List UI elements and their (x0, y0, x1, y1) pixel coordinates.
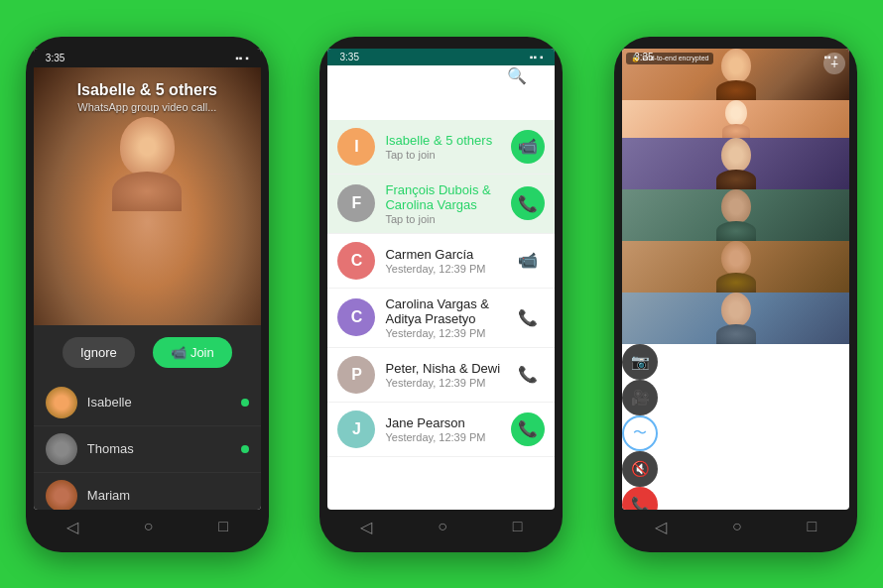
search-icon[interactable]: 🔍 (507, 66, 527, 85)
list-item[interactable]: F François Dubois & Carolina Vargas Tap … (327, 175, 555, 234)
home-icon[interactable]: ○ (732, 518, 742, 535)
tab-calls[interactable]: CALLS (506, 94, 553, 120)
video-person-2 (622, 100, 849, 138)
call-info: François Dubois & Carolina Vargas Tap to… (385, 182, 511, 225)
back-icon[interactable]: ◁ (655, 518, 667, 536)
caller-info: Isabelle & 5 others WhatsApp group video… (34, 81, 261, 113)
contact-name: Jane Pearson (385, 415, 511, 430)
call-info: Carolina Vargas & Aditya Prasetyo Yester… (385, 296, 511, 339)
list-item: Mariam (34, 473, 261, 510)
tab-bar: CAMERA CHATS STATUS CALLS (327, 94, 555, 120)
mute-button[interactable]: 🔇 (622, 451, 658, 487)
video-cell-3 (622, 138, 849, 189)
call-status: Tap to join (385, 213, 511, 225)
ignore-button[interactable]: Ignore (63, 337, 135, 368)
video-cell-4 (622, 189, 849, 241)
caller-photo: Isabelle & 5 others WhatsApp group video… (34, 67, 261, 325)
video-person-6 (622, 293, 849, 344)
header-icons: 🔍 ⋮ (507, 66, 555, 85)
avatar: F (337, 184, 375, 222)
contact-name: Carmen García (385, 247, 511, 262)
caller-name: Isabelle & 5 others (34, 81, 261, 99)
phone-call-button[interactable]: 📞 (511, 412, 545, 446)
call-status: Tap to join (385, 149, 511, 161)
phone-3-screen: 3:35 ▪▪▪ 🔒 End-to-end encrypted + (622, 49, 849, 510)
contact-name: Peter, Nisha & Dewi (385, 361, 511, 376)
avatar (46, 480, 77, 510)
call-info: Jane Pearson Yesterday, 12:39 PM (385, 415, 511, 443)
video-call-button[interactable]: 📹 (511, 130, 545, 164)
avatar: C (337, 242, 375, 280)
nav-bar-3: ◁ ○ □ (622, 510, 849, 540)
camera-button[interactable]: 📷 (622, 344, 658, 380)
call-screen: Isabelle & 5 others WhatsApp group video… (34, 67, 261, 510)
list-item[interactable]: C Carmen García Yesterday, 12:39 PM 📹 (327, 234, 555, 289)
phone-3: 3:35 ▪▪▪ 🔒 End-to-end encrypted + (614, 37, 857, 552)
status-time-2: 3:35 (339, 52, 358, 62)
call-info: Peter, Nisha & Dewi Yesterday, 12:39 PM (385, 361, 511, 389)
avatar: C (337, 298, 375, 336)
call-actions: Ignore 📹 Join (34, 325, 261, 380)
call-type: WhatsApp group video call... (34, 101, 261, 113)
home-icon[interactable]: ○ (144, 518, 154, 535)
person-silhouette (716, 138, 756, 189)
status-icons-2: ▪▪▪ (530, 52, 544, 62)
tab-camera[interactable]: CAMERA (330, 94, 389, 120)
home-icon[interactable]: ○ (438, 518, 447, 535)
video-mute-button[interactable]: 🎥 (622, 380, 658, 415)
phone-1: 3:35 ▪▪ ▪ Isabelle & 5 others WhatsApp g… (26, 37, 269, 552)
call-time: Yesterday, 12:39 PM (385, 431, 511, 443)
list-item[interactable]: C Carolina Vargas & Aditya Prasetyo Yest… (327, 289, 555, 348)
tab-chats[interactable]: CHATS (395, 94, 442, 120)
list-item[interactable]: P Peter, Nisha & Dewi Yesterday, 12:39 P… (327, 348, 555, 403)
list-item[interactable]: I Isabelle & 5 others Tap to join 📹 (327, 120, 555, 175)
person-silhouette (722, 100, 750, 138)
back-icon[interactable]: ◁ (66, 518, 78, 536)
video-cell-5 (622, 241, 849, 293)
avatar: P (337, 356, 375, 394)
phone-2: 3:35 ▪▪▪ WhatsApp 🔍 ⋮ CAMERA CHATS STATU… (319, 37, 563, 552)
end-call-button[interactable]: 📞 (622, 487, 658, 510)
app-title: WhatsApp (327, 65, 416, 86)
back-icon[interactable]: ◁ (360, 518, 372, 536)
phone-1-screen: 3:35 ▪▪ ▪ Isabelle & 5 others WhatsApp g… (34, 49, 261, 510)
phone-call-icon[interactable]: 📞 (511, 358, 545, 392)
contact-name: François Dubois & Carolina Vargas (385, 182, 511, 212)
title-row: WhatsApp 🔍 ⋮ (327, 65, 555, 94)
recents-icon[interactable]: □ (808, 518, 818, 535)
join-button[interactable]: 📹 Join (153, 337, 232, 368)
tab-status[interactable]: STATUS (447, 94, 500, 120)
video-grid: 🔒 End-to-end encrypted + (622, 49, 849, 344)
video-cell-6 (622, 293, 849, 344)
person-silhouette (716, 241, 756, 293)
participant-name: Thomas (87, 441, 241, 456)
video-person-4 (622, 189, 849, 241)
nav-bar-1: ◁ ○ □ (34, 510, 261, 540)
contact-name: Isabelle & 5 others (385, 133, 511, 148)
camera-icon: 📹 (171, 345, 187, 360)
person-silhouette (716, 189, 756, 241)
avatar: J (337, 411, 375, 448)
list-item: Isabelle (34, 380, 261, 426)
avatar (46, 387, 77, 418)
online-indicator (241, 445, 249, 453)
status-icons-1: ▪▪ ▪ (235, 53, 249, 63)
video-call-icon[interactable]: 📹 (511, 244, 545, 278)
call-info: Carmen García Yesterday, 12:39 PM (385, 247, 511, 275)
recents-icon[interactable]: □ (218, 518, 228, 535)
call-time: Yesterday, 12:39 PM (385, 327, 511, 339)
nav-bar-2: ◁ ○ □ (327, 510, 555, 540)
participant-name: Mariam (87, 488, 249, 503)
video-person-3 (622, 138, 849, 189)
avatar: I (337, 128, 375, 166)
phone-call-icon[interactable]: 📞 (511, 300, 545, 334)
calls-list: I Isabelle & 5 others Tap to join 📹 F Fr… (327, 120, 555, 457)
wave-button[interactable]: 〜 (622, 415, 658, 451)
video-cell-2 (622, 100, 849, 138)
list-item[interactable]: J Jane Pearson Yesterday, 12:39 PM 📞 (327, 403, 555, 457)
recents-icon[interactable]: □ (513, 518, 523, 535)
whatsapp-header: WhatsApp 🔍 ⋮ CAMERA CHATS STATUS CALLS (327, 65, 555, 120)
call-controls: 📷 🎥 〜 🔇 📞 (622, 344, 849, 510)
menu-icon[interactable]: ⋮ (539, 66, 555, 85)
phone-call-button[interactable]: 📞 (511, 186, 545, 220)
